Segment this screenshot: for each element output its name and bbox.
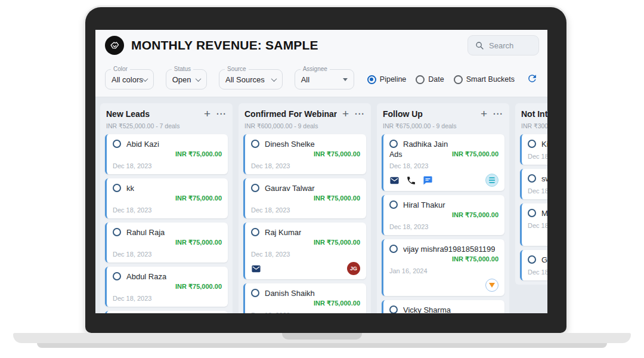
- column-title: Not Inte: [521, 109, 547, 119]
- radio-icon: [416, 75, 425, 84]
- lead-card[interactable]: MarDec 18, 2: [520, 203, 547, 246]
- lead-card[interactable]: kkINR ₹75,000.00Dec 18, 2023: [105, 178, 228, 218]
- lead-card[interactable]: KiraDec 18, 2: [520, 134, 547, 165]
- column-summary: INR ₹600,000.00 - 9 deals: [239, 119, 371, 134]
- filter-label: Color: [111, 66, 130, 73]
- search-icon: [475, 41, 484, 50]
- lead-name-row: Hiral Thakur: [389, 199, 499, 210]
- lead-source-label: Ads: [389, 150, 402, 159]
- view-option-label: Date: [428, 75, 444, 84]
- view-option-label: Smart Buckets: [466, 75, 515, 84]
- lead-select-circle[interactable]: [389, 200, 398, 209]
- view-option-pipeline[interactable]: Pipeline: [367, 75, 406, 84]
- column-summary: INR ₹525,000.00 - 7 deals: [100, 119, 233, 134]
- lead-card[interactable]: Gaurav TalwarINR ₹75,000.00Dec 18, 2023: [243, 178, 366, 218]
- lead-card[interactable]: Rahul RajaINR ₹75,000.00Dec 18, 2023: [105, 223, 228, 263]
- lead-name-row: Dinesh Shelke: [251, 138, 360, 149]
- lead-card[interactable]: GarDec 18, 2: [520, 250, 547, 280]
- filter-value: All Sources: [225, 75, 265, 84]
- lead-select-circle[interactable]: [528, 140, 536, 148]
- lead-select-circle[interactable]: [528, 255, 536, 264]
- laptop-base-shadow: [37, 343, 607, 348]
- lead-card[interactable]: Abdul RazaINR ₹75,000.00Dec 18, 2023: [105, 267, 228, 307]
- lead-select-circle[interactable]: [528, 174, 536, 183]
- pipeline-column: Confirmed For Webinar+···INR ₹600,000.00…: [239, 103, 371, 313]
- filter-source[interactable]: SourceAll Sources: [219, 69, 283, 90]
- lead-card[interactable]: Radhika JainAdsINR ₹75,000.00Dec 18, 202…: [382, 134, 504, 191]
- lead-select-circle[interactable]: [113, 140, 121, 148]
- lead-name: Hiral Thakur: [403, 200, 445, 209]
- view-option-smart-buckets[interactable]: Smart Buckets: [454, 75, 515, 84]
- phone-icon[interactable]: [406, 175, 416, 186]
- app-header: MONTHLY REVENUE: SAMPLE: [95, 30, 547, 61]
- search-box[interactable]: [467, 35, 539, 55]
- lead-actions-row: JG: [251, 262, 360, 275]
- column-header: Not Inte+···: [515, 108, 547, 119]
- mail-icon[interactable]: [389, 175, 400, 186]
- mail-icon[interactable]: [251, 264, 261, 274]
- lead-select-circle[interactable]: [389, 140, 398, 148]
- filter-assignee[interactable]: AssigneeAll: [295, 69, 354, 90]
- lead-select-circle[interactable]: [251, 140, 259, 148]
- lead-name: vijay mishra919818581199: [403, 245, 495, 254]
- lead-name-row: Rahul Raja: [113, 227, 222, 237]
- search-input[interactable]: [489, 41, 531, 50]
- radio-icon: [367, 75, 376, 84]
- add-lead-icon[interactable]: +: [342, 109, 349, 119]
- lead-name: Dinesh Shelke: [265, 140, 315, 149]
- filter-label: Assignee: [301, 66, 330, 73]
- lead-select-circle[interactable]: [251, 228, 259, 236]
- lead-name-row: Vicky Sharma: [389, 304, 499, 313]
- lead-select-circle[interactable]: [113, 272, 121, 280]
- lead-select-circle[interactable]: [113, 228, 121, 236]
- lead-date: Dec 18, 2023: [251, 206, 360, 214]
- lead-name-row: Mar: [528, 208, 547, 218]
- lead-name-row: vijay mishra919818581199: [389, 243, 499, 254]
- lead-card[interactable]: vijay mishra919818581199INR ₹75,000.00Ja…: [382, 239, 504, 296]
- lead-date: Dec 18, 2023: [251, 251, 360, 258]
- refresh-icon: [527, 73, 538, 84]
- column-actions: +···: [342, 109, 365, 119]
- column-menu-icon[interactable]: ···: [216, 111, 227, 117]
- lead-select-circle[interactable]: [251, 289, 259, 297]
- lead-actions-row: [389, 279, 499, 292]
- refresh-button[interactable]: [527, 73, 538, 87]
- lead-select-circle[interactable]: [528, 209, 536, 217]
- lead-value-row: INR ₹75,000.00: [113, 150, 222, 159]
- add-lead-icon[interactable]: +: [204, 109, 210, 119]
- view-option-date[interactable]: Date: [416, 75, 444, 84]
- filter-value: All colors: [112, 75, 143, 84]
- lead-card[interactable]: Raj KumarINR ₹75,000.00Dec 18, 2023JG: [243, 223, 366, 279]
- lead-date: Dec 18, 2023: [251, 162, 360, 170]
- chat-icon[interactable]: [423, 175, 433, 186]
- lead-select-circle[interactable]: [389, 245, 398, 253]
- column-menu-icon[interactable]: ···: [355, 111, 365, 117]
- lead-select-circle[interactable]: [389, 305, 398, 313]
- lead-date: Dec 18, 2023: [389, 162, 499, 170]
- lead-card[interactable]: Vicky Sharma: [382, 300, 504, 313]
- lead-card[interactable]: swaDec 18, 2: [520, 169, 547, 199]
- lead-card[interactable]: Hiral ThakurINR ₹75,000.00Dec 18, 2023: [382, 195, 504, 235]
- lead-name-row: Radhika Jain: [389, 138, 499, 149]
- filter-status[interactable]: StatusOpen: [166, 69, 207, 90]
- triangle-logo-icon: [489, 283, 495, 288]
- lead-card[interactable]: [105, 311, 228, 313]
- lead-name-row: Abdul Raza: [113, 271, 222, 282]
- column-title: New Leads: [106, 109, 150, 119]
- column-menu-icon[interactable]: ···: [493, 111, 503, 117]
- lead-card[interactable]: Danish ShaikhINR ₹75,000.00Dec 18, 2023: [243, 283, 366, 313]
- lead-name: Rahul Raja: [126, 228, 165, 237]
- lead-name: kk: [126, 184, 134, 193]
- laptop-frame: MONTHLY REVENUE: SAMPLE ColorAll colorsS…: [85, 7, 566, 333]
- lead-card[interactable]: Abid KaziINR ₹75,000.00Dec 18, 2023: [105, 134, 228, 174]
- lead-card[interactable]: Dinesh ShelkeINR ₹75,000.00Dec 18, 2023: [243, 134, 366, 174]
- lead-select-circle[interactable]: [113, 184, 121, 192]
- assignee-avatar: JG: [347, 262, 360, 275]
- add-lead-icon[interactable]: +: [481, 109, 487, 119]
- lead-name-row: Kira: [528, 138, 547, 149]
- lead-select-circle[interactable]: [251, 184, 259, 192]
- view-option-label: Pipeline: [380, 75, 406, 84]
- lead-date: Dec 18, 2: [528, 268, 547, 276]
- filter-color[interactable]: ColorAll colors: [105, 69, 154, 90]
- pipeline-column: Follow Up+···INR ₹675,000.00 - 9 dealsRa…: [377, 103, 509, 313]
